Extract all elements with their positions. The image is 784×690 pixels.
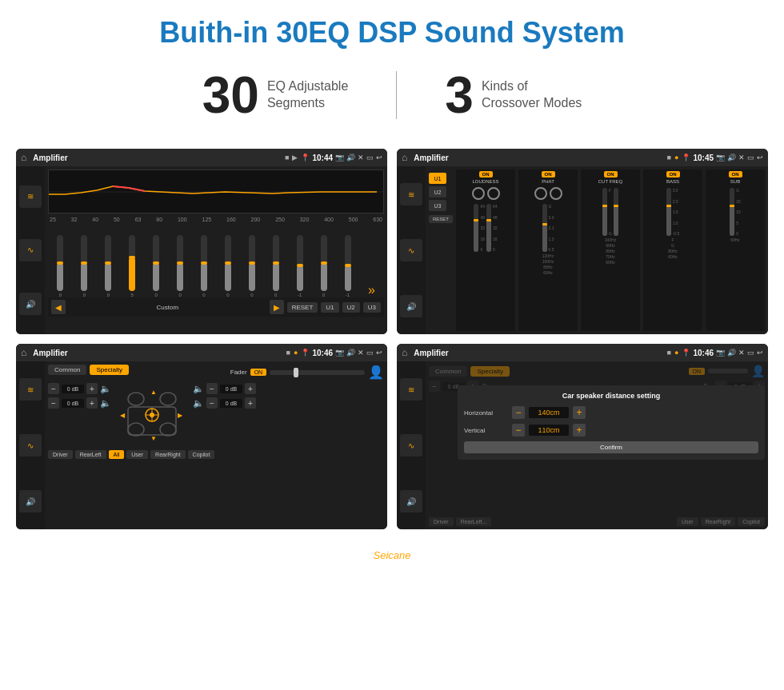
horiz-minus-btn[interactable]: − — [512, 406, 525, 419]
speaker-icon3: 🔈 — [193, 384, 204, 394]
home-icon4[interactable]: ⌂ — [402, 347, 407, 358]
eq-slider-track[interactable] — [297, 235, 303, 291]
phat-knob2[interactable] — [550, 187, 562, 200]
confirm-button[interactable]: Confirm — [464, 441, 758, 453]
eq-slider-track[interactable] — [225, 235, 231, 291]
speaker-icon2: 🔈 — [100, 398, 111, 409]
u1-btn[interactable]: U1 — [429, 173, 446, 184]
rearleft-btn[interactable]: RearLeft — [75, 450, 106, 459]
eq-slider-track[interactable] — [153, 235, 159, 291]
vert-minus-btn[interactable]: − — [512, 424, 525, 437]
eq-slider-track[interactable] — [345, 235, 351, 291]
bal-plus1[interactable]: + — [86, 383, 98, 394]
driver-btn[interactable]: Driver — [48, 450, 73, 459]
custom-label: Custom — [69, 304, 266, 311]
bal-plus4[interactable]: + — [245, 397, 256, 409]
channel-sidebar: ≋ ∿ 🔊 — [16, 361, 45, 529]
crossover-sidebar-btn2[interactable]: ∿ — [400, 239, 422, 261]
sub-on[interactable]: ON — [729, 171, 742, 177]
bal-minus2[interactable]: − — [48, 397, 59, 409]
u3-button[interactable]: U3 — [363, 302, 381, 313]
crossover-sidebar-btn1[interactable]: ≋ — [400, 183, 422, 205]
camera-icon: 📷 — [335, 154, 344, 162]
home-icon[interactable]: ⌂ — [21, 152, 26, 163]
back-icon2: ↩ — [757, 154, 763, 162]
ch-sidebar-btn2[interactable]: ∿ — [19, 434, 42, 457]
eq-slider-col: 0 — [313, 235, 334, 297]
loudness-knob1[interactable] — [472, 187, 485, 200]
prev-button[interactable]: ◀ — [51, 300, 66, 314]
u2-button[interactable]: U2 — [342, 302, 360, 313]
screen4-status-icons: 📍 10:46 📷 🔊 ✕ ▭ ↩ — [682, 349, 763, 357]
loudness-slider2[interactable] — [486, 204, 491, 252]
eq-slider-track[interactable] — [201, 235, 207, 291]
screen1-title: Amplifier — [33, 154, 282, 162]
loudness-on[interactable]: ON — [479, 171, 493, 177]
eq-sidebar-btn3[interactable]: 🔊 — [19, 293, 42, 315]
all-btn[interactable]: All — [109, 450, 125, 459]
more-icon[interactable]: » — [368, 283, 375, 297]
u1-button[interactable]: U1 — [321, 302, 338, 313]
cutfreq-on[interactable]: ON — [604, 171, 618, 177]
close-icon: ✕ — [358, 154, 364, 162]
eq-slider-track[interactable] — [249, 235, 255, 291]
back-icon4: ↩ — [757, 349, 763, 357]
eq-graph-svg — [49, 170, 383, 213]
bal-minus1[interactable]: − — [48, 383, 59, 394]
home-icon3[interactable]: ⌂ — [21, 347, 26, 358]
eq-sidebar-btn1[interactable]: ≋ — [19, 185, 42, 208]
bal-minus3[interactable]: − — [206, 383, 218, 394]
vert-plus-btn[interactable]: + — [573, 424, 586, 437]
bass-on[interactable]: ON — [666, 171, 680, 177]
next-button[interactable]: ▶ — [270, 300, 284, 314]
user-btn[interactable]: User — [126, 450, 148, 459]
reset-button[interactable]: RESET — [287, 302, 318, 313]
specialty-tab[interactable]: Specialty — [90, 365, 128, 375]
eq-slider-col: 0 — [265, 235, 286, 297]
bass-slider[interactable] — [666, 188, 671, 236]
phat-on[interactable]: ON — [542, 171, 555, 177]
eq-sidebar-btn2[interactable]: ∿ — [19, 239, 42, 261]
eq-slider-track[interactable] — [321, 235, 327, 291]
channel-screen: ≋ ∿ 🔊 Common Specialty Fader ON 👤 — [16, 361, 387, 529]
bal-minus4[interactable]: − — [206, 397, 218, 409]
eq-slider-track[interactable] — [177, 235, 183, 291]
dist-sidebar-btn3[interactable]: 🔊 — [400, 490, 422, 513]
bal-plus3[interactable]: + — [245, 383, 256, 394]
rearright-btn[interactable]: RearRight — [150, 450, 186, 459]
eq-sliders-area: 0 0 0 — [48, 225, 384, 297]
reset-btn[interactable]: RESET — [429, 215, 453, 223]
eq-slider-track[interactable] — [105, 235, 111, 291]
copilot-btn[interactable]: Copilot — [188, 450, 215, 459]
home-icon2[interactable]: ⌂ — [402, 152, 407, 163]
cutfreq-slider2[interactable] — [614, 188, 618, 236]
phat-slider1[interactable] — [542, 204, 547, 252]
u2-btn[interactable]: U2 — [429, 186, 446, 197]
u3-btn[interactable]: U3 — [429, 200, 446, 211]
loudness-slider1[interactable] — [474, 204, 478, 252]
eq-slider-track[interactable] — [273, 235, 279, 291]
fader-on-btn[interactable]: ON — [250, 369, 267, 376]
svg-point-5 — [160, 423, 176, 436]
ch-sidebar-btn3[interactable]: 🔊 — [19, 490, 42, 513]
eq-slider-track[interactable] — [57, 235, 63, 291]
eq-slider-col: 5 — [122, 235, 143, 297]
loudness-title: LOUDNESS — [473, 179, 499, 184]
horiz-plus-btn[interactable]: + — [573, 406, 586, 419]
eq-slider-col: -1 — [337, 235, 358, 297]
phat-knob1[interactable] — [534, 187, 547, 200]
fader-track[interactable] — [270, 370, 365, 375]
ch-sidebar-btn1[interactable]: ≋ — [19, 378, 42, 401]
dist-sidebar-btn2[interactable]: ∿ — [400, 434, 422, 457]
loudness-knob2[interactable] — [487, 187, 500, 200]
screen2-title: Amplifier — [414, 154, 663, 162]
common-tab[interactable]: Common — [48, 365, 86, 375]
cutfreq-slider1[interactable] — [602, 188, 607, 236]
eq-slider-track[interactable] — [129, 235, 135, 291]
dist-sidebar-btn1[interactable]: ≋ — [400, 378, 422, 401]
crossover-sidebar-btn3[interactable]: 🔊 — [400, 295, 422, 317]
eq-slider-track[interactable] — [81, 235, 87, 291]
bal-plus2[interactable]: + — [86, 397, 98, 409]
sub-slider[interactable] — [730, 188, 734, 236]
more-arrow[interactable]: » — [361, 283, 382, 297]
